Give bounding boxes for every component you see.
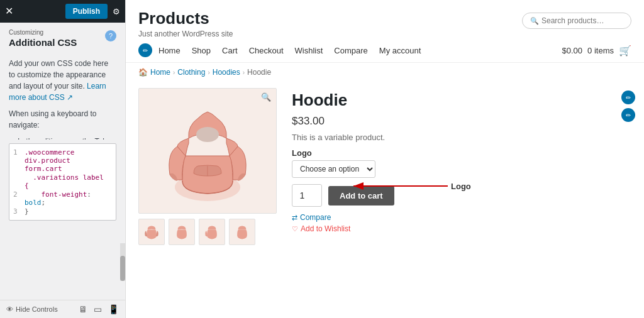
panel-title: Additional CSS [9,37,77,48]
breadcrumb-home-icon: 🏠 [138,68,148,77]
cart-icon[interactable]: 🛒 [619,45,631,57]
thumb-1[interactable] [138,219,165,245]
main-content: Products Just another WordPress site 🔍 ✏… [126,0,644,318]
breadcrumb-sep-3: › [243,69,245,76]
panel-content: Add your own CSS code here to customize … [0,52,125,140]
thumb-2[interactable] [169,219,195,245]
search-input[interactable] [541,16,623,25]
product-details: ✏ ✏ Hoodie $33.00 This is a variable pro… [292,88,631,245]
main-product-image: 🔍 [138,88,277,214]
site-header: Products Just another WordPress site 🔍 [126,0,644,38]
edit-nav-pencil[interactable]: ✏ [138,43,152,57]
add-to-cart-button[interactable]: Add to cart [328,186,394,206]
product-actions: ⇄ Compare ♡ Add to Wishlist [292,213,631,233]
gear-button[interactable]: ⚙ [113,7,120,16]
publish-button[interactable]: Publish [65,4,108,19]
cart-items: 0 items [587,46,614,55]
tablet-view-button[interactable]: ▭ [94,304,102,314]
breadcrumb-current: Hoodie [247,68,271,77]
search-icon: 🔍 [530,17,539,25]
desktop-view-button[interactable]: 🖥 [79,304,87,314]
nav-my-account[interactable]: My account [379,46,421,55]
breadcrumb-hoodies[interactable]: Hoodies [213,68,240,77]
edit-product-pencil-2[interactable]: ✏ [621,108,635,122]
breadcrumb-sep-1: › [173,69,175,76]
variation-label: Logo [292,148,375,158]
intro-text: Add your own CSS code here to customize … [9,58,116,103]
breadcrumb: 🏠 Home › Clothing › Hoodies › Hoodie [126,63,644,82]
cart-price: $0.00 [562,46,583,55]
thumb-3[interactable] [199,219,225,245]
product-description: This is a variable product. [292,133,631,142]
css-editor[interactable]: 1 .woocommerce div.product form.cart .va… [9,143,116,221]
help-icon[interactable]: ? [105,30,116,41]
compare-link[interactable]: ⇄ Compare [292,213,631,222]
site-tagline: Just another WordPress site [138,30,233,38]
edit-product-pencil-1[interactable]: ✏ [621,90,635,104]
thumb-4[interactable] [229,219,255,245]
tip-1: In the editing area, the Tab key enters … [18,136,116,140]
cart-area: $0.00 0 items 🛒 [562,45,631,57]
mobile-view-button[interactable]: 📱 [108,304,119,314]
quantity-input[interactable] [292,184,322,207]
customizer-panel: ✕ Publish ⚙ Customizing Additional CSS ?… [0,0,126,318]
close-button[interactable]: ✕ [5,6,13,16]
css-line-2: 2 font-weight: bold; [13,190,112,207]
keyboard-heading: When using a keyboard to navigate: [9,108,116,131]
scrollbar-thumb[interactable] [120,256,125,281]
product-images: 🔍 [138,88,277,245]
nav-wishlist[interactable]: Wishlist [295,46,323,55]
customizing-label: Customizing [9,29,77,36]
product-price: $33.00 [292,115,631,128]
nav-links: Home Shop Cart Checkout Wishlist Compare… [158,46,562,55]
customizer-topbar: ✕ Publish ⚙ [0,0,125,23]
scrollbar-track[interactable] [120,243,125,281]
nav-bar: ✏ Home Shop Cart Checkout Wishlist Compa… [126,38,644,63]
breadcrumb-clothing[interactable]: Clothing [177,68,205,77]
svg-point-1 [196,127,219,142]
wishlist-link[interactable]: ♡ Add to Wishlist [292,224,631,233]
nav-checkout[interactable]: Checkout [249,46,284,55]
product-name: Hoodie [292,90,631,110]
variation-select[interactable]: Choose an option No Yes [292,160,375,178]
product-search[interactable]: 🔍 [522,13,631,29]
nav-cart[interactable]: Cart [222,46,238,55]
edit-overlays: ✏ ✏ [621,90,635,122]
nav-compare[interactable]: Compare [334,46,367,55]
compare-icon: ⇄ [292,214,297,222]
css-line-1: 1 .woocommerce div.product form.cart [13,148,112,173]
thumbnail-row [138,219,277,245]
bottom-bar: 👁 Hide Controls 🖥 ▭ 📱 [0,300,125,318]
site-title: Products [138,9,233,28]
add-to-cart-row: Add to cart [292,184,631,207]
hoodie-illustration [164,99,252,203]
breadcrumb-sep-2: › [208,69,209,76]
zoom-icon[interactable]: 🔍 [261,92,271,102]
keyboard-tips: In the editing area, the Tab key enters … [18,136,116,140]
panel-header: Customizing Additional CSS ? [0,23,125,52]
breadcrumb-home[interactable]: Home [150,68,170,77]
product-area: 🔍 [126,82,644,251]
eye-icon: 👁 [6,305,13,313]
heart-icon: ♡ [292,225,298,233]
nav-home[interactable]: Home [158,46,180,55]
css-line-1b: .variations label { [13,173,112,190]
hide-controls-button[interactable]: 👁 Hide Controls [6,305,58,313]
nav-shop[interactable]: Shop [192,46,211,55]
css-line-3: 3 } [13,207,112,216]
